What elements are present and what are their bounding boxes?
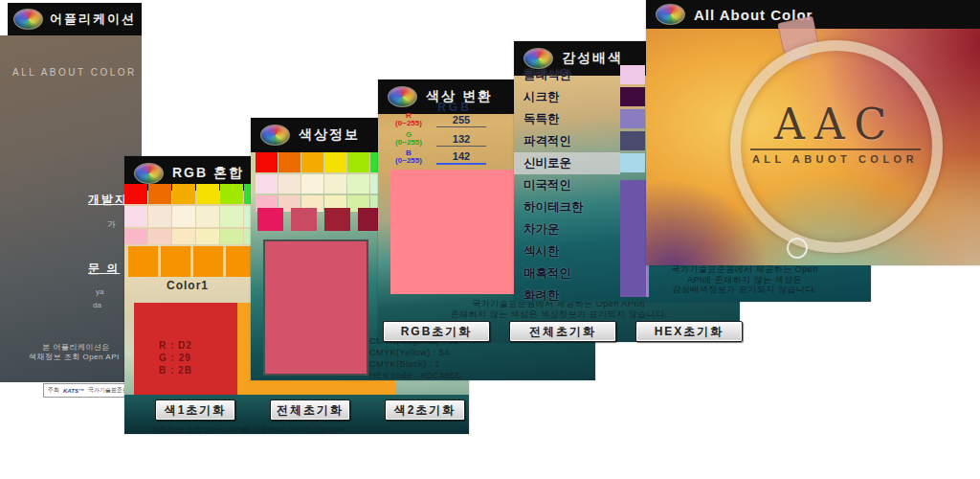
contact-line: ya [96, 287, 103, 296]
screen-main: All About Color AAC ALL ABUOT COLOR [646, 0, 980, 265]
red-label: R(0~255) [381, 112, 436, 127]
result-color-swatch [390, 170, 532, 294]
rgb-value-line: R : D2 [159, 339, 237, 352]
splash-logo: AAC ALL ABUOT COLOR [727, 102, 943, 165]
color-cell[interactable] [257, 208, 283, 231]
color-cell[interactable] [220, 206, 243, 227]
reset-all-button[interactable]: 전체초기화 [270, 399, 350, 421]
emotion-item[interactable]: 독특한 [514, 108, 620, 130]
emotion-item[interactable]: 하이테크한 [514, 196, 620, 218]
api-notice-line: API에 존재하지 않는 색상은 [624, 275, 865, 285]
app-logo-icon [260, 125, 290, 146]
color-cell[interactable] [172, 229, 195, 244]
color-cell[interactable] [220, 184, 243, 204]
api-notice-line: 존재하지 않는 색상은 색상정보가 표기되지 않습니다. [386, 309, 732, 320]
color-cell[interactable] [148, 184, 171, 204]
color1-swatch: R : D2 G : 29 B : 2B [134, 303, 237, 396]
app-logo-icon [13, 9, 43, 30]
color-cell[interactable] [196, 229, 219, 244]
emotion-item[interactable]: 신비로운 [514, 152, 620, 174]
color-cell[interactable] [301, 174, 323, 194]
screen-title: 색상정보 [299, 126, 360, 144]
color-cell[interactable] [193, 246, 223, 277]
emotion-item[interactable]: 클래식한 [514, 64, 620, 86]
blue-value-input[interactable]: 142 [436, 150, 486, 165]
reset-hex-button[interactable]: HEX초기화 [635, 321, 743, 342]
color-cell[interactable] [196, 206, 219, 227]
color-cell[interactable] [124, 206, 147, 227]
color-cell[interactable] [220, 229, 243, 244]
red-input-row: R(0~255) 255 [381, 112, 501, 127]
green-input-row: G(0~255) 132 [381, 131, 501, 147]
kats-logo: KATS™ [63, 388, 84, 394]
screen-title: RGB 혼합 [172, 165, 244, 182]
palette-swatch[interactable] [620, 87, 645, 106]
color-cell[interactable] [172, 206, 195, 227]
color-picker-grid [256, 152, 392, 214]
color-cell[interactable] [278, 152, 301, 172]
app-logo-icon [656, 4, 685, 25]
color-cell[interactable] [124, 184, 147, 204]
color-cell[interactable] [124, 229, 147, 244]
blue-input-row: B(0~255) 142 [381, 149, 501, 165]
green-label: G(0~255) [381, 131, 436, 147]
developer-heading: 개발자 [88, 192, 128, 208]
emotion-item[interactable]: 시크한 [514, 86, 620, 108]
app-logo-icon [134, 163, 164, 184]
green-value-input[interactable]: 132 [436, 133, 486, 147]
app-info-body [0, 35, 142, 382]
color-cell[interactable] [301, 152, 323, 172]
color-cell[interactable] [256, 174, 278, 194]
api-notice: 국가기술표준원에서 제공하는 Open API에 존재하지 않는 색상은 감성배… [624, 264, 865, 295]
color-cell[interactable] [256, 152, 278, 172]
color-cell[interactable] [278, 174, 301, 194]
app-logo-icon [388, 86, 417, 107]
color-cell[interactable] [347, 152, 369, 172]
palette-swatch[interactable] [620, 131, 645, 150]
reset-all-button[interactable]: 전체초기화 [509, 321, 616, 342]
palette-column [620, 65, 646, 175]
credit-line: 색채정보 조회 Open API를 이용하여 제작하였습니다. [151, 424, 347, 435]
emotion-item[interactable]: 미국적인 [514, 174, 620, 196]
emotion-item[interactable]: 매혹적인 [514, 262, 620, 285]
emotion-item[interactable]: 파격적인 [514, 130, 620, 152]
emotion-list: 클래식한시크한독특한파격적인신비로운미국적인하이테크한차가운섹시한매혹적인화려한 [514, 64, 620, 307]
emotion-item[interactable]: 섹시한 [514, 240, 620, 262]
color-cell[interactable] [324, 152, 346, 172]
sponsor-text: 국가기술표준원 [88, 386, 128, 395]
screen-title: 어플리케이션 [50, 11, 136, 28]
palette-swatch[interactable] [620, 153, 645, 172]
reset-color1-button[interactable]: 색1초기화 [155, 399, 235, 421]
color1-label: Color1 [167, 279, 209, 292]
blue-label: B(0~255) [381, 149, 436, 165]
color-cell[interactable] [291, 208, 317, 231]
palette-swatch[interactable] [620, 109, 645, 128]
emotion-item[interactable]: 차가운 [514, 218, 620, 240]
color-cell[interactable] [148, 206, 171, 227]
sponsor-text: 주최 [48, 386, 59, 395]
color-cell[interactable] [324, 208, 350, 231]
aac-logo-subtitle: ALL ABUOT COLOR [727, 153, 943, 165]
color-cell[interactable] [196, 184, 219, 204]
red-value-input[interactable]: 255 [436, 114, 486, 127]
orange-shade-row [128, 246, 256, 277]
color-detail-line: CMYK(Yellow) : 54 [369, 347, 462, 358]
stopwatch-button-icon [787, 238, 808, 259]
credit-line: 색채정보 조회 Open API [29, 352, 120, 362]
color-cell[interactable] [161, 246, 190, 277]
emotion-item[interactable]: 화려한 [514, 285, 620, 307]
color-detail-line: HEX code : #DC405C [369, 370, 462, 381]
contact-heading: 문 의 [88, 261, 120, 277]
reset-rgb-button[interactable]: RGB초기화 [383, 321, 490, 342]
crimson-shade-row [257, 208, 384, 231]
selected-color-swatch [263, 240, 368, 376]
reset-color2-button[interactable]: 색2초기화 [385, 399, 465, 421]
color-cell[interactable] [324, 174, 346, 194]
color-cell[interactable] [172, 184, 195, 204]
color-cell[interactable] [347, 174, 369, 194]
color-cell[interactable] [148, 229, 171, 244]
palette-swatch[interactable] [620, 65, 645, 84]
contact-line: da [93, 301, 101, 309]
color-picker-grid [124, 184, 267, 246]
color-cell[interactable] [128, 246, 158, 277]
